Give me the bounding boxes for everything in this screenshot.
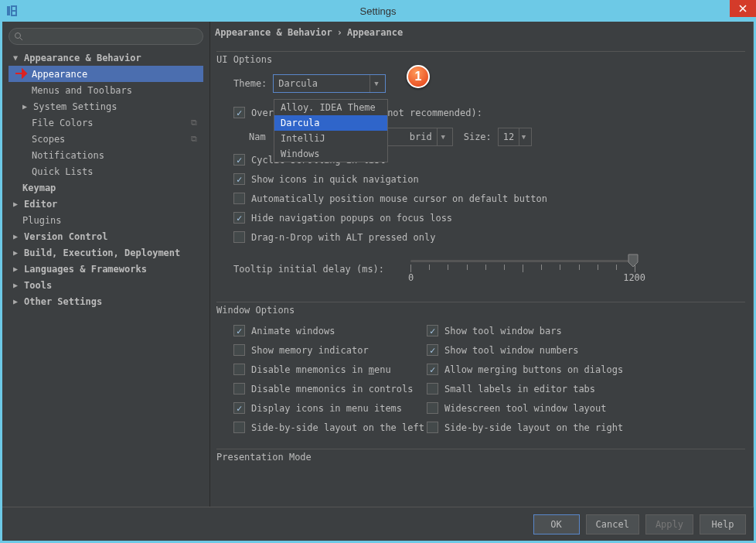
tree-plugins[interactable]: Plugins bbox=[9, 212, 203, 228]
chevron-right-icon: ▶ bbox=[13, 265, 22, 273]
presentation-section: Presentation Mode bbox=[216, 449, 745, 463]
window-options-section: Window Options bbox=[216, 302, 745, 316]
svg-rect-0 bbox=[7, 6, 10, 15]
font-size-label: Size: bbox=[464, 131, 492, 142]
override-font-checkbox[interactable] bbox=[233, 107, 245, 118]
tree-appearance-behavior[interactable]: ▼Appearance & Behavior bbox=[9, 50, 203, 66]
chevron-right-icon: ▶ bbox=[13, 248, 22, 257]
svg-line-2 bbox=[20, 38, 22, 40]
small-labels-checkbox[interactable] bbox=[427, 383, 438, 394]
tree-editor[interactable]: ▶Editor bbox=[9, 196, 203, 212]
font-size-select[interactable]: 12 ▼ bbox=[498, 128, 532, 146]
settings-content: Appearance & Behavior › Appearance UI Op… bbox=[209, 22, 754, 507]
search-icon bbox=[14, 32, 23, 41]
tree-version-control[interactable]: ▶Version Control bbox=[9, 228, 203, 244]
search-input[interactable] bbox=[26, 31, 198, 42]
tooltip-delay-label: Tooltip initial delay (ms): bbox=[233, 264, 384, 275]
tree-system-settings[interactable]: ▶System Settings bbox=[9, 98, 203, 114]
sbs-left-checkbox[interactable] bbox=[233, 422, 245, 433]
chevron-right-icon: ▶ bbox=[22, 102, 32, 111]
tree-notifications[interactable]: Notifications bbox=[9, 147, 203, 163]
slider-thumb-icon[interactable] bbox=[627, 254, 639, 268]
ok-button[interactable]: OK bbox=[533, 514, 580, 534]
chevron-right-icon: ▶ bbox=[13, 232, 22, 241]
auto-cursor-checkbox[interactable] bbox=[233, 193, 245, 204]
chevron-down-icon: ▼ bbox=[13, 53, 22, 62]
copy-icon: ⧉ bbox=[191, 118, 197, 128]
window-title: Settings bbox=[360, 5, 397, 17]
tool-bars-checkbox[interactable] bbox=[427, 325, 438, 336]
font-name-label: Nam bbox=[249, 131, 266, 142]
tool-numbers-checkbox[interactable] bbox=[427, 344, 438, 356]
chevron-down-icon: ▼ bbox=[519, 128, 528, 145]
theme-opt-alloy[interactable]: Alloy. IDEA Theme bbox=[274, 100, 387, 115]
theme-opt-windows[interactable]: Windows bbox=[274, 146, 387, 162]
widescreen-checkbox[interactable] bbox=[427, 402, 438, 414]
tree-keymap[interactable]: Keymap bbox=[9, 179, 203, 196]
tree-scopes[interactable]: Scopes⧉ bbox=[9, 131, 203, 147]
copy-icon: ⧉ bbox=[191, 134, 197, 144]
help-button[interactable]: Help bbox=[700, 514, 746, 534]
tree-menus-toolbars[interactable]: Menus and Toolbars bbox=[9, 82, 203, 98]
settings-sidebar: ▼Appearance & Behavior Appearance Menus … bbox=[2, 22, 209, 507]
svg-point-1 bbox=[15, 33, 21, 39]
tree-build[interactable]: ▶Build, Execution, Deployment bbox=[9, 244, 203, 261]
animate-windows-checkbox[interactable] bbox=[233, 325, 245, 336]
close-icon bbox=[739, 5, 747, 12]
titlebar: Settings bbox=[0, 0, 756, 22]
sbs-right-checkbox[interactable] bbox=[427, 422, 438, 433]
sidebar-search[interactable] bbox=[9, 28, 203, 45]
tree-appearance[interactable]: Appearance bbox=[9, 66, 203, 82]
close-button[interactable] bbox=[730, 0, 756, 17]
theme-opt-intellij[interactable]: IntelliJ bbox=[274, 131, 387, 146]
memory-indicator-checkbox[interactable] bbox=[233, 344, 245, 356]
callout-badge: 1 bbox=[407, 65, 430, 88]
chevron-right-icon: ▶ bbox=[13, 200, 22, 208]
ui-options-section: UI Options bbox=[216, 51, 745, 65]
theme-select[interactable]: Darcula ▼ bbox=[273, 74, 386, 93]
theme-select-popup: Alloy. IDEA Theme Darcula IntelliJ Windo… bbox=[274, 99, 388, 162]
settings-tree: ▼Appearance & Behavior Appearance Menus … bbox=[9, 50, 203, 500]
apply-button[interactable]: Apply bbox=[645, 514, 693, 534]
merge-dialog-buttons-checkbox[interactable] bbox=[427, 364, 438, 375]
tree-languages[interactable]: ▶Languages & Frameworks bbox=[9, 261, 203, 277]
tooltip-delay-slider[interactable]: 0 1200 bbox=[410, 255, 635, 283]
theme-label: Theme: bbox=[233, 78, 267, 89]
cancel-button[interactable]: Cancel bbox=[586, 514, 639, 534]
chevron-right-icon: ▶ bbox=[13, 281, 22, 289]
tree-file-colors[interactable]: File Colors⧉ bbox=[9, 114, 203, 131]
tree-tools[interactable]: ▶Tools bbox=[9, 277, 203, 293]
theme-opt-darcula[interactable]: Darcula bbox=[274, 115, 387, 131]
cyclic-scroll-checkbox[interactable] bbox=[233, 154, 245, 166]
font-name-select[interactable]: brid ▼ bbox=[377, 128, 453, 146]
tree-other-settings[interactable]: ▶Other Settings bbox=[9, 293, 203, 309]
disable-mnemonics-menu-checkbox[interactable] bbox=[233, 364, 245, 375]
quick-nav-icons-checkbox[interactable] bbox=[233, 173, 245, 185]
hide-popups-checkbox[interactable] bbox=[233, 212, 245, 224]
breadcrumb: Appearance & Behavior › Appearance bbox=[210, 22, 753, 43]
disable-mnemonics-controls-checkbox[interactable] bbox=[233, 383, 245, 394]
dialog-footer: OK Cancel Apply Help bbox=[2, 507, 754, 541]
menu-icons-checkbox[interactable] bbox=[233, 402, 245, 414]
chevron-down-icon: ▼ bbox=[437, 128, 449, 145]
tree-quick-lists[interactable]: Quick Lists bbox=[9, 163, 203, 179]
chevron-down-icon: ▼ bbox=[369, 75, 382, 92]
drag-alt-checkbox[interactable] bbox=[233, 231, 245, 243]
callout-arrow-icon bbox=[15, 68, 30, 81]
app-icon bbox=[5, 4, 19, 18]
chevron-right-icon: ▶ bbox=[13, 297, 22, 306]
